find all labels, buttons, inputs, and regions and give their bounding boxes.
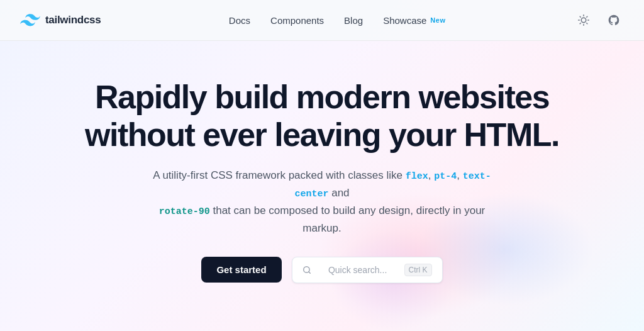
nav-link-blog[interactable]: Blog	[344, 15, 363, 26]
new-badge: New	[430, 16, 445, 24]
token-rotate90: rotate-90	[159, 206, 210, 217]
hero-actions: Get started Quick search... Ctrl K	[201, 257, 442, 283]
hero-subtitle: A utility-first CSS framework packed wit…	[146, 167, 498, 237]
svg-line-10	[308, 271, 310, 273]
navbar: tailwindcss Docs Components Blog Showcas…	[0, 0, 644, 41]
token-flex: flex	[406, 171, 428, 182]
brand-name: tailwindcss	[45, 14, 101, 26]
svg-line-4	[587, 23, 587, 24]
token-pt4: pt-4	[434, 171, 457, 182]
nav-link-docs[interactable]: Docs	[229, 15, 250, 26]
theme-toggle-button[interactable]	[574, 10, 594, 30]
logo[interactable]: tailwindcss	[20, 14, 101, 26]
github-link-button[interactable]	[604, 10, 624, 30]
svg-line-3	[580, 16, 580, 17]
search-placeholder-text: Quick search...	[318, 265, 398, 275]
logo-icon	[20, 14, 40, 26]
quick-search-box[interactable]: Quick search... Ctrl K	[292, 257, 443, 283]
get-started-button[interactable]: Get started	[201, 257, 281, 283]
nav-icon-group	[574, 10, 624, 30]
nav-links: Docs Components Blog Showcase New	[229, 15, 446, 26]
svg-point-0	[581, 18, 586, 23]
nav-link-showcase[interactable]: Showcase	[383, 15, 426, 26]
search-shortcut-kbd: Ctrl K	[404, 264, 432, 276]
nav-link-components[interactable]: Components	[270, 15, 324, 26]
svg-line-7	[580, 23, 580, 24]
nav-showcase-group: Showcase New	[383, 15, 445, 26]
hero-title: Rapidly build modern websites without ev…	[85, 79, 559, 154]
search-icon	[303, 266, 311, 274]
hero-section: Rapidly build modern websites without ev…	[0, 41, 644, 283]
svg-line-8	[587, 16, 587, 17]
